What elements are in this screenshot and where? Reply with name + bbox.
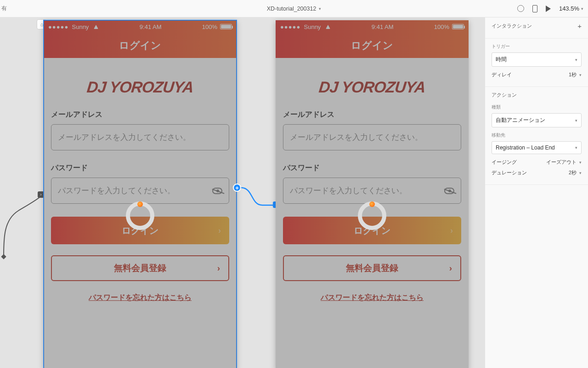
- delay-value: 1秒: [569, 71, 577, 78]
- chevron-down-icon: ▾: [575, 145, 577, 150]
- delay-label: ディレイ: [492, 71, 512, 78]
- flow-arrow-in-icon[interactable]: ›: [38, 191, 44, 198]
- action-header: アクション: [492, 92, 517, 98]
- user-avatar-icon[interactable]: [517, 5, 524, 12]
- delay-dropdown[interactable]: 1秒 ▾: [569, 71, 582, 78]
- chevron-down-icon: ▾: [579, 73, 582, 77]
- chevron-down-icon: ▾: [579, 171, 582, 175]
- chevron-down-icon: ▾: [581, 6, 583, 11]
- play-preview-icon[interactable]: [546, 6, 551, 12]
- chevron-down-icon: ▾: [579, 160, 582, 165]
- loading-scrim: [276, 20, 469, 368]
- loading-scrim: [44, 20, 237, 368]
- trigger-value: 時間: [496, 56, 507, 63]
- interaction-header: インタラクション: [492, 23, 532, 29]
- easing-label: イージング: [492, 159, 517, 166]
- loading-spinner-icon: [126, 201, 154, 230]
- destination-label: 移動先: [492, 132, 582, 138]
- action-type-select[interactable]: 自動アニメーション ▾: [492, 113, 582, 127]
- easing-dropdown[interactable]: イーズアウト ▾: [546, 159, 582, 166]
- artboard-login-loading-start[interactable]: ●●●●● Sunny 9:41 AM 100% ログイン DJ YOROZUY…: [44, 20, 237, 368]
- zoom-value: 143.5%: [559, 5, 579, 12]
- destination-value: Registration – Load End: [496, 144, 555, 151]
- loading-spinner-icon: [358, 201, 386, 230]
- prototype-canvas[interactable]: › ⌂ ●●●●● Sunny 9:41 AM 100% ログイン DJ YOR…: [0, 17, 485, 368]
- artboard-login-loading-end[interactable]: ●●●●● Sunny 9:41 AM 100% ログイン DJ YOROZUY…: [276, 20, 469, 368]
- prototype-property-panel: インタラクション + トリガー 時間 ▾ ディレイ 1秒 ▾ アクション 種類 …: [485, 17, 588, 368]
- duration-value: 2秒: [569, 169, 577, 176]
- action-type-value: 自動アニメーション: [496, 116, 545, 124]
- share-menu[interactable]: 有: [1, 5, 7, 12]
- top-app-bar: 有 XD-tutorial_200312 ▾ 143.5% ▾: [0, 0, 588, 17]
- chevron-down-icon: ▾: [319, 6, 321, 11]
- chevron-down-icon: ▾: [575, 118, 577, 123]
- action-type-label: 種類: [492, 104, 582, 110]
- destination-select[interactable]: Registration – Load End ▾: [492, 141, 582, 154]
- chevron-down-icon: ▾: [575, 58, 577, 62]
- device-preview-icon[interactable]: [532, 5, 537, 12]
- document-title-dropdown[interactable]: XD-tutorial_200312 ▾: [267, 6, 322, 12]
- zoom-dropdown[interactable]: 143.5% ▾: [559, 5, 583, 12]
- trigger-label: トリガー: [492, 43, 582, 50]
- duration-dropdown[interactable]: 2秒 ▾: [569, 169, 582, 176]
- document-title: XD-tutorial_200312: [267, 6, 317, 12]
- add-interaction-button[interactable]: +: [577, 22, 582, 30]
- easing-value: イーズアウト: [546, 159, 577, 166]
- trigger-select[interactable]: 時間 ▾: [492, 52, 582, 67]
- duration-label: デュレーション: [492, 169, 527, 176]
